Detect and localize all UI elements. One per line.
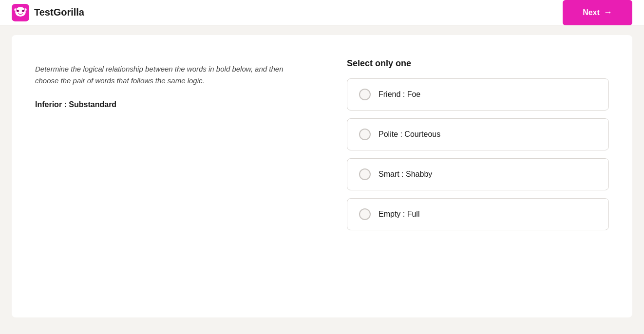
options-section: Select only one Friend : Foe Polite : Co… bbox=[347, 58, 609, 294]
radio-option-1[interactable] bbox=[359, 89, 371, 100]
main-content: Determine the logical relationship betwe… bbox=[0, 25, 644, 327]
question-description: Determine the logical relationship betwe… bbox=[35, 63, 308, 87]
question-section: Determine the logical relationship betwe… bbox=[35, 58, 308, 294]
next-button-label: Next bbox=[583, 8, 600, 17]
svg-point-5 bbox=[22, 10, 24, 12]
svg-point-8 bbox=[14, 8, 16, 11]
option-3-text: Smart : Shabby bbox=[379, 170, 432, 179]
logo-icon bbox=[12, 4, 29, 21]
svg-point-1 bbox=[15, 7, 26, 17]
option-smart-shabby[interactable]: Smart : Shabby bbox=[347, 158, 609, 190]
option-1-text: Friend : Foe bbox=[379, 90, 420, 99]
logo-text: TestGorilla bbox=[34, 7, 84, 18]
logo-area: TestGorilla bbox=[12, 4, 84, 21]
svg-point-9 bbox=[25, 8, 27, 11]
option-polite-courteous[interactable]: Polite : Courteous bbox=[347, 118, 609, 150]
option-4-text: Empty : Full bbox=[379, 210, 419, 219]
option-2-text: Polite : Courteous bbox=[379, 130, 440, 139]
next-button[interactable]: Next → bbox=[563, 0, 632, 25]
svg-point-4 bbox=[17, 10, 19, 12]
option-friend-foe[interactable]: Friend : Foe bbox=[347, 78, 609, 111]
radio-option-2[interactable] bbox=[359, 129, 371, 140]
radio-option-3[interactable] bbox=[359, 168, 371, 180]
question-card: Determine the logical relationship betwe… bbox=[12, 35, 632, 317]
question-word-pair: Inferior : Substandard bbox=[35, 100, 308, 109]
radio-option-4[interactable] bbox=[359, 208, 371, 220]
header: TestGorilla Next → bbox=[0, 0, 644, 25]
option-empty-full[interactable]: Empty : Full bbox=[347, 198, 609, 230]
select-only-one-label: Select only one bbox=[347, 58, 609, 69]
next-arrow-icon: → bbox=[604, 7, 612, 18]
